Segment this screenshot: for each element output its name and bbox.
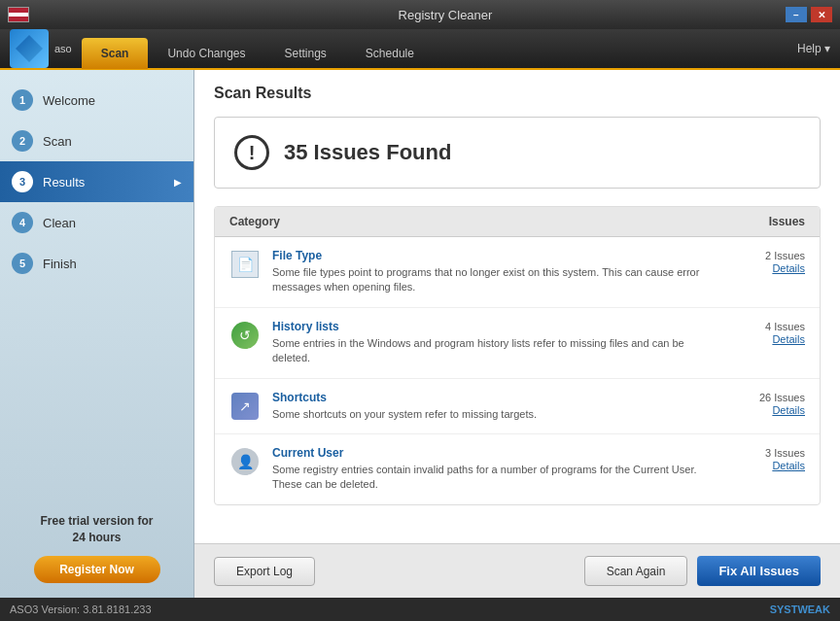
sidebar-label-finish: Finish xyxy=(43,257,77,271)
filetype-issue-count: 2 Issues xyxy=(765,250,805,261)
scan-again-button[interactable]: Scan Again xyxy=(584,556,688,586)
shortcuts-desc: Some shortcuts on your system refer to m… xyxy=(272,407,720,422)
action-right-group: Scan Again Fix All Issues xyxy=(584,556,821,586)
title-bar: Registry Cleaner − ✕ xyxy=(0,0,840,29)
table-row: ↺ History lists Some entries in the Wind… xyxy=(215,308,820,379)
table-row: 📄 File Type Some file types point to pro… xyxy=(215,237,820,308)
main-layout: 1 Welcome 2 Scan 3 Results 4 Clean 5 Fin… xyxy=(0,70,840,598)
tab-undo-changes[interactable]: Undo Changes xyxy=(148,38,264,69)
sidebar-label-welcome: Welcome xyxy=(43,93,95,108)
user-label: aso xyxy=(54,43,72,54)
flag-icon xyxy=(8,7,29,22)
step-4-circle: 4 xyxy=(12,212,33,233)
content-title: Scan Results xyxy=(214,85,821,102)
currentuser-info: Current User Some registry entries conta… xyxy=(272,446,720,493)
sidebar: 1 Welcome 2 Scan 3 Results 4 Clean 5 Fin… xyxy=(0,70,194,598)
header-issues: Issues xyxy=(769,215,805,228)
tab-settings[interactable]: Settings xyxy=(265,38,346,69)
currentuser-count: 3 Issues Details xyxy=(732,446,805,471)
status-bar: ASO3 Version: 3.81.8181.233 SYSTWEAK xyxy=(0,598,840,621)
logo-area: aso xyxy=(10,29,72,68)
sidebar-item-results[interactable]: 3 Results xyxy=(0,161,193,202)
action-bar: Export Log Scan Again Fix All Issues xyxy=(194,543,840,598)
step-1-circle: 1 xyxy=(12,89,33,111)
free-trial-line1: Free trial version for xyxy=(40,514,153,528)
close-button[interactable]: ✕ xyxy=(811,7,832,22)
sidebar-item-clean[interactable]: 4 Clean xyxy=(0,202,193,243)
filetype-icon: 📄 xyxy=(229,249,261,280)
header-category: Category xyxy=(229,215,280,228)
issues-count: 35 Issues Found xyxy=(284,140,451,165)
filetype-link[interactable]: File Type xyxy=(272,249,322,262)
filetype-desc: Some file types point to programs that n… xyxy=(272,265,720,295)
filetype-count: 2 Issues Details xyxy=(732,249,805,274)
table-row: ↗ Shortcuts Some shortcuts on your syste… xyxy=(215,379,820,434)
table-row: 👤 Current User Some registry entries con… xyxy=(215,434,820,504)
minimize-button[interactable]: − xyxy=(786,7,807,22)
history-link[interactable]: History lists xyxy=(272,320,339,333)
fix-all-issues-button[interactable]: Fix All Issues xyxy=(697,556,821,586)
nav-bar: aso Scan Undo Changes Settings Schedule … xyxy=(0,29,840,70)
step-5-circle: 5 xyxy=(12,253,33,274)
results-table: Category Issues 📄 File Type Some file ty… xyxy=(214,206,821,505)
shortcuts-count: 26 Issues Details xyxy=(732,391,805,416)
currentuser-details-link[interactable]: Details xyxy=(732,460,805,471)
app-title: Registry Cleaner xyxy=(105,8,786,22)
sidebar-label-results: Results xyxy=(43,175,85,190)
warning-icon: ! xyxy=(234,135,269,170)
shortcuts-link[interactable]: Shortcuts xyxy=(272,391,327,404)
filetype-icon-shape: 📄 xyxy=(231,251,259,278)
issues-banner: ! 35 Issues Found xyxy=(214,117,821,189)
history-count: 4 Issues Details xyxy=(732,320,805,345)
title-bar-controls: − ✕ xyxy=(786,7,832,22)
shortcuts-issue-count: 26 Issues xyxy=(759,392,805,403)
tab-schedule[interactable]: Schedule xyxy=(346,38,434,69)
content-inner: Scan Results ! 35 Issues Found Category … xyxy=(194,70,840,543)
free-trial-text: Free trial version for 24 hours xyxy=(15,513,179,546)
step-2-circle: 2 xyxy=(12,130,33,152)
shortcuts-details-link[interactable]: Details xyxy=(732,404,805,416)
free-trial-line2: 24 hours xyxy=(72,531,121,544)
step-3-circle: 3 xyxy=(12,171,33,192)
filetype-info: File Type Some file types point to progr… xyxy=(272,249,720,295)
history-icon-shape: ↺ xyxy=(231,322,259,349)
systweak-logo: SYSTWEAK xyxy=(770,604,830,615)
sidebar-item-finish[interactable]: 5 Finish xyxy=(0,243,193,284)
history-icon: ↺ xyxy=(229,320,261,351)
sidebar-item-welcome[interactable]: 1 Welcome xyxy=(0,80,193,121)
shortcuts-icon: ↗ xyxy=(229,391,261,422)
currentuser-link[interactable]: Current User xyxy=(272,446,343,460)
sidebar-item-scan[interactable]: 2 Scan xyxy=(0,121,193,161)
title-bar-left xyxy=(8,7,105,22)
sidebar-label-scan: Scan xyxy=(43,134,72,149)
table-header: Category Issues xyxy=(215,207,820,237)
currentuser-desc: Some registry entries contain invalid pa… xyxy=(272,463,720,493)
currentuser-icon: 👤 xyxy=(229,446,261,477)
brand-tweak: TWEAK xyxy=(791,604,830,615)
sidebar-footer: Free trial version for 24 hours Register… xyxy=(0,499,193,598)
content-area: Scan Results ! 35 Issues Found Category … xyxy=(194,70,840,598)
register-button[interactable]: Register Now xyxy=(34,556,160,583)
history-issue-count: 4 Issues xyxy=(765,321,805,332)
currentuser-icon-shape: 👤 xyxy=(231,448,259,475)
export-log-button[interactable]: Export Log xyxy=(214,557,315,586)
history-info: History lists Some entries in the Window… xyxy=(272,320,720,366)
history-desc: Some entries in the Windows and program … xyxy=(272,336,720,366)
nav-tabs: Scan Undo Changes Settings Schedule xyxy=(82,28,434,69)
help-menu[interactable]: Help ▾ xyxy=(797,42,830,55)
brand-sys: SYS xyxy=(770,604,791,615)
history-details-link[interactable]: Details xyxy=(732,333,805,345)
version-text: ASO3 Version: 3.81.8181.233 xyxy=(10,604,152,615)
sidebar-label-clean: Clean xyxy=(43,216,76,230)
shortcuts-info: Shortcuts Some shortcuts on your system … xyxy=(272,391,720,422)
currentuser-issue-count: 3 Issues xyxy=(765,447,805,459)
shortcuts-icon-shape: ↗ xyxy=(231,393,259,420)
tab-scan[interactable]: Scan xyxy=(82,38,149,69)
app-logo xyxy=(10,29,49,68)
filetype-details-link[interactable]: Details xyxy=(732,262,805,274)
